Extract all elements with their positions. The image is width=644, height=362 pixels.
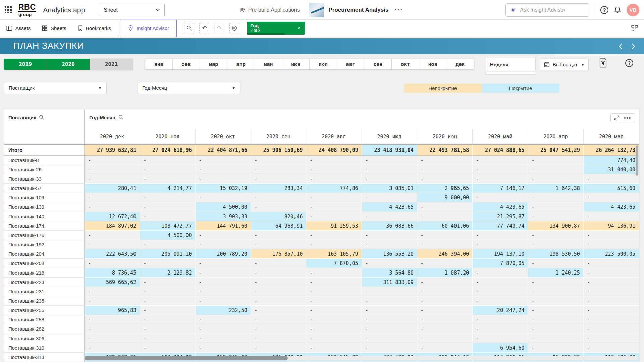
month-filter: янвфевмарапрмайиюниюлавгсеноктноядек [145,59,474,70]
app-more-menu[interactable]: ··· [393,6,405,14]
supplier-cell[interactable]: Поставщик-306 [4,334,85,343]
month-button-июл[interactable]: июл [310,59,337,69]
value-cell: 1 642,38 [528,184,583,193]
layout-options-icon[interactable] [631,25,644,31]
column-header[interactable]: 2020-окт [196,129,251,145]
filter-pane-icon[interactable] [599,58,607,68]
month-button-окт[interactable]: окт [392,59,419,69]
close-icon[interactable]: × [293,25,305,31]
month-button-авг[interactable]: авг [337,59,365,69]
supplier-cell[interactable]: Поставщик-109 [4,193,85,202]
supplier-cell[interactable]: Поставщик-231 [4,287,85,296]
sheet-selector[interactable]: Sheet [99,4,165,16]
value-cell: - [306,240,362,249]
vertical-scrollbar[interactable] [636,145,638,176]
assets-button[interactable]: Assets [1,20,36,37]
app-thumbnail[interactable] [309,3,324,17]
column-header[interactable]: 2020-апр [528,129,583,145]
value-cell: - [362,193,417,202]
search-icon[interactable] [118,115,124,129]
column-header[interactable]: 2020-май [473,129,528,145]
smart-search-icon[interactable] [184,23,194,33]
supplier-cell[interactable]: Поставщик-255 [4,306,85,315]
selection-chip-year[interactable]: Год 2 of 3 × [247,22,305,35]
year-button-2021[interactable]: 2021 [90,59,133,70]
value-cell: - [196,343,251,353]
supplier-filter-dropdown[interactable]: Поставщик ▼ [4,82,107,94]
redo-icon[interactable]: ↷ [214,23,224,33]
supplier-cell[interactable]: Поставщик-140 [4,212,85,221]
column-header[interactable]: 2020-сен [251,129,306,145]
supplier-cell[interactable]: Поставщик-174 [4,221,85,231]
value-cell: 136 553,20 [362,249,417,259]
month-button-май[interactable]: май [255,59,282,69]
supplier-cell[interactable]: Поставщик-192 [4,240,85,249]
month-button-мар[interactable]: мар [200,59,227,69]
month-button-янв[interactable]: янв [145,59,173,69]
supplier-cell[interactable]: Поставщик-258 [4,315,85,324]
supplier-cell[interactable]: Поставщик-310 [4,343,85,353]
sheets-button[interactable]: Sheets [36,20,72,37]
column-header[interactable]: 2020-авг [306,129,362,145]
month-button-сен[interactable]: сен [364,59,392,69]
supplier-cell[interactable]: Поставщик-223 [4,278,85,287]
supplier-cell[interactable]: Поставщик-204 [4,249,85,259]
bookmarks-button[interactable]: Bookmarks [72,20,117,37]
supplier-cell[interactable]: Поставщик-313 [4,353,85,362]
help-icon[interactable]: ? [600,6,608,14]
date-picker-button[interactable]: Выбор дат ▼ [540,59,589,70]
column-dimension-header[interactable]: Год-Месяц ••• [85,109,639,129]
column-header[interactable]: 2020-дек [85,129,140,145]
value-cell: - [584,278,639,287]
column-header[interactable]: 2020-июл [362,129,417,145]
insight-advisor-button[interactable]: Insight Advisor [120,20,177,37]
horizontal-scrollbar-track[interactable] [85,356,638,360]
prebuild-applications-link[interactable]: Pre-build Applications [239,7,300,13]
year-button-2020[interactable]: 2020 [47,59,90,70]
year-button-2019[interactable]: 2019 [4,59,47,70]
supplier-cell[interactable]: Поставщик-208 [4,259,85,268]
value-cell: - [584,334,639,343]
app-launcher-icon[interactable] [5,6,12,13]
column-header[interactable]: 2020-июн [417,129,473,145]
avatar[interactable]: VB [627,4,639,16]
insight-advisor-search[interactable] [505,3,589,17]
supplier-cell[interactable]: Поставщик-26 [4,165,85,174]
previous-sheet-icon[interactable] [619,43,623,50]
more-options-icon[interactable]: ••• [624,116,631,120]
horizontal-scrollbar-thumb[interactable] [85,356,288,360]
supplier-cell[interactable]: Поставщик-235 [4,296,85,306]
value-cell: - [362,212,417,221]
month-button-фев[interactable]: фев [173,59,200,69]
next-sheet-icon[interactable] [631,43,635,50]
supplier-cell[interactable]: Поставщик-33 [4,174,85,184]
week-listbox[interactable]: Неделя [486,58,536,74]
row-dimension-header[interactable]: Поставщик [4,109,85,145]
supplier-cell[interactable]: Поставщик-282 [4,324,85,334]
month-button-ноя[interactable]: ноя [419,59,447,69]
value-cell: - [473,165,528,174]
search-icon[interactable] [39,115,44,144]
notifications-bell-icon[interactable] [614,6,621,14]
table-row: Поставщик-306---------- [4,334,639,343]
month-button-дек[interactable]: дек [446,59,474,69]
supplier-cell[interactable]: Поставщик-176 [4,231,85,240]
supplier-cell[interactable]: Поставщик-216 [4,268,85,278]
week-filter-label[interactable]: Неделя [486,58,536,71]
column-header[interactable]: 2020-ноя [140,129,195,145]
undo-icon[interactable]: ↶ [199,23,209,33]
value-cell: 15 032,19 [196,184,251,193]
month-button-июн[interactable]: июн [282,59,310,69]
month-button-апр[interactable]: апр [227,59,255,69]
column-header[interactable]: 2020-мар [584,129,639,145]
value-cell: 774,86 [306,184,362,193]
supplier-cell[interactable]: Поставщик-57 [4,184,85,193]
value-cell: - [140,278,195,287]
search-input[interactable] [520,7,580,13]
clear-selections-icon[interactable] [229,23,239,33]
yearmonth-filter-dropdown[interactable]: Год-Месяц ▼ [138,82,240,94]
supplier-cell[interactable]: Поставщик-8 [4,156,85,165]
supplier-cell[interactable]: Поставщик-139 [4,202,85,212]
sheet-help-icon[interactable]: ? [625,59,633,67]
fullscreen-icon[interactable] [614,115,619,120]
